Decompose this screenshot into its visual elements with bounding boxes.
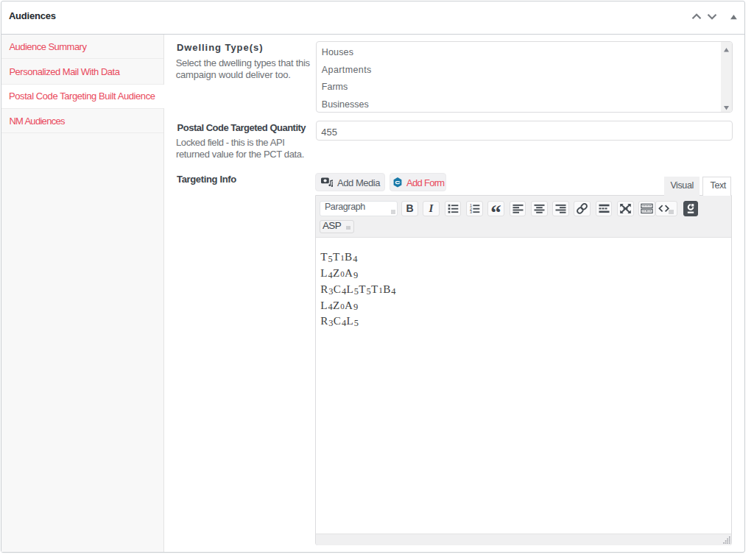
svg-text:B: B bbox=[406, 202, 413, 214]
svg-text:“: “ bbox=[490, 202, 501, 216]
svg-text:I: I bbox=[429, 202, 434, 214]
svg-text:3: 3 bbox=[470, 210, 472, 214]
